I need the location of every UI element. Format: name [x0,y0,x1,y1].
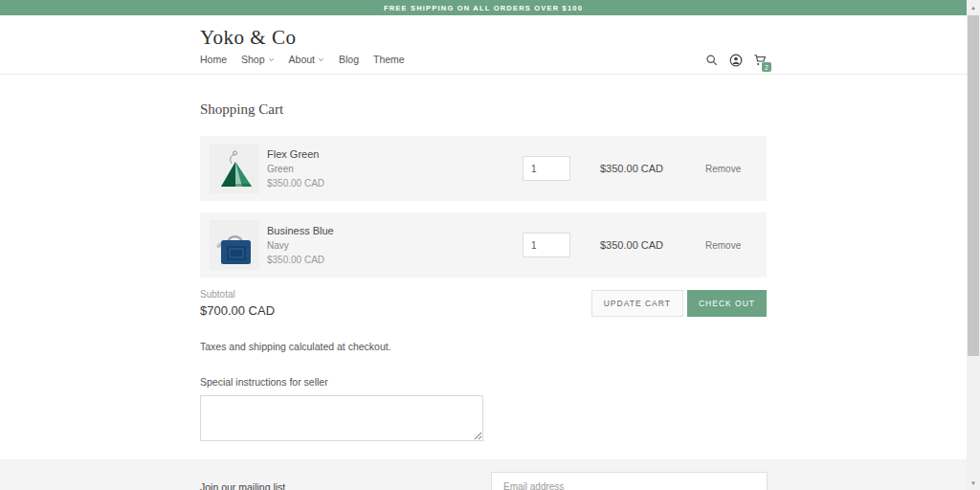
checkout-button[interactable]: CHECK OUT [687,290,767,317]
nav-item-blog[interactable]: Blog [339,54,359,65]
announcement-text: FREE SHIPPING ON ALL ORDERS OVER $100 [384,4,583,12]
special-instructions-label: Special instructions for seller [200,376,767,388]
product-info: Flex Green Green $350.00 CAD [267,148,324,189]
cart-row-business-blue: Business Blue Navy $350.00 CAD $350.00 C… [200,212,767,278]
product-variant: Navy [267,240,334,251]
nav-item-about[interactable]: About [289,54,324,65]
product-thumbnail[interactable] [210,144,259,193]
nav-item-home[interactable]: Home [200,54,227,65]
account-icon[interactable] [729,54,743,67]
remove-item-link[interactable]: Remove [705,240,741,251]
business-blue-bag-image [210,220,259,270]
line-total: $350.00 CAD [600,163,663,174]
update-cart-button[interactable]: UPDATE CART [591,290,683,317]
cart-row-flex-green: Flex Green Green $350.00 CAD $350.00 CAD… [200,136,767,201]
product-name[interactable]: Flex Green [267,148,324,160]
line-total: $350.00 CAD [600,239,663,251]
main-nav: Home Shop About Blog Theme [200,54,405,65]
cart-icon[interactable]: 2 [753,54,767,67]
flex-green-bag-image [210,144,259,193]
product-name[interactable]: Business Blue [267,225,334,236]
scrollbar-thumb[interactable] [968,15,979,356]
product-variant: Green [267,164,324,174]
email-input[interactable] [491,472,768,490]
nav-item-shop[interactable]: Shop [241,54,275,65]
chevron-down-icon [268,56,275,63]
product-unit-price: $350.00 CAD [267,255,334,265]
scroll-up-arrow-icon[interactable]: ▲ [967,0,980,14]
vertical-scrollbar[interactable]: ▲ ▼ [967,0,980,490]
special-instructions-textarea[interactable] [200,395,483,441]
product-info: Business Blue Navy $350.00 CAD [267,225,334,265]
scroll-down-arrow-icon[interactable]: ▼ [967,476,980,490]
chevron-down-icon [318,56,324,63]
main-content: Shopping Cart Flex Green Green [0,76,967,441]
page-title: Shopping Cart [200,101,767,118]
mailing-list-label: Join our mailing list [200,481,285,490]
search-icon[interactable] [705,54,719,67]
quantity-input[interactable] [523,156,570,181]
quantity-input[interactable] [523,233,570,257]
site-header: Yoko & Co Home Shop About Blog Theme [0,15,967,75]
remove-item-link[interactable]: Remove [705,164,741,174]
header-icons: 2 [705,54,767,67]
taxes-note: Taxes and shipping calculated at checkou… [200,341,767,352]
site-logo[interactable]: Yoko & Co [200,26,296,50]
announcement-bar: FREE SHIPPING ON ALL ORDERS OVER $100 [0,0,967,15]
nav-item-theme[interactable]: Theme [373,54,405,65]
product-thumbnail[interactable] [210,220,259,270]
cart-count-badge: 2 [762,62,771,72]
site-footer: Join our mailing list [0,459,967,490]
cart-summary: Subtotal $700.00 CAD UPDATE CART CHECK O… [200,289,767,325]
storefront-page: FREE SHIPPING ON ALL ORDERS OVER $100 Yo… [0,0,980,490]
product-unit-price: $350.00 CAD [267,178,324,189]
